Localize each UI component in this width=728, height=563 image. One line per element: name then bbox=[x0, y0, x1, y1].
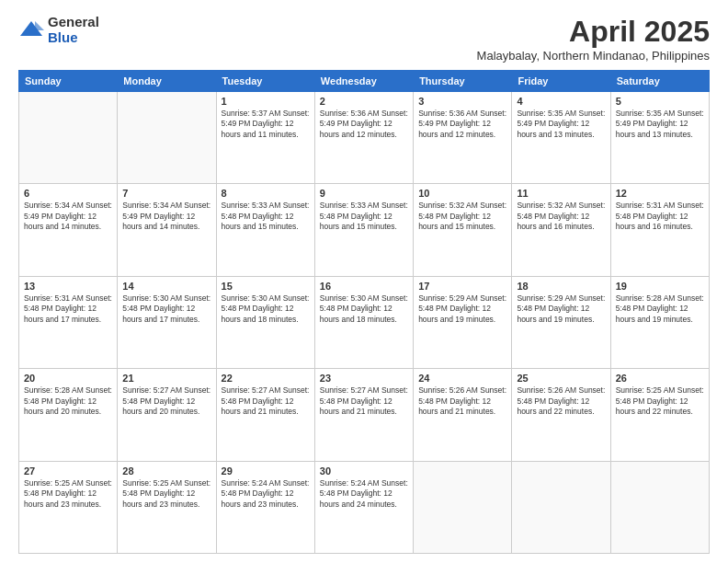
title-block: April 2025 Malaybalay, Northern Mindanao… bbox=[477, 15, 710, 63]
cell-sun-data: Sunrise: 5:36 AM Sunset: 5:49 PM Dayligh… bbox=[320, 109, 408, 140]
calendar-cell: 4Sunrise: 5:35 AM Sunset: 5:49 PM Daylig… bbox=[512, 92, 610, 184]
day-number: 23 bbox=[320, 373, 408, 384]
calendar-week-3: 13Sunrise: 5:31 AM Sunset: 5:48 PM Dayli… bbox=[19, 276, 710, 368]
calendar-cell: 23Sunrise: 5:27 AM Sunset: 5:48 PM Dayli… bbox=[314, 369, 413, 461]
calendar-cell: 24Sunrise: 5:26 AM Sunset: 5:48 PM Dayli… bbox=[414, 369, 512, 461]
weekday-header-sunday: Sunday bbox=[19, 71, 118, 92]
logo-general: General bbox=[48, 15, 99, 30]
cell-sun-data: Sunrise: 5:30 AM Sunset: 5:48 PM Dayligh… bbox=[320, 293, 408, 325]
cell-sun-data: Sunrise: 5:24 AM Sunset: 5:48 PM Dayligh… bbox=[320, 478, 408, 510]
weekday-header-wednesday: Wednesday bbox=[314, 71, 413, 92]
cell-sun-data: Sunrise: 5:36 AM Sunset: 5:49 PM Dayligh… bbox=[418, 109, 506, 140]
calendar-week-2: 6Sunrise: 5:34 AM Sunset: 5:49 PM Daylig… bbox=[19, 184, 710, 276]
cell-sun-data: Sunrise: 5:25 AM Sunset: 5:48 PM Dayligh… bbox=[24, 478, 112, 510]
day-number: 16 bbox=[320, 281, 408, 292]
weekday-header-tuesday: Tuesday bbox=[216, 71, 314, 92]
cell-sun-data: Sunrise: 5:35 AM Sunset: 5:49 PM Dayligh… bbox=[517, 109, 605, 140]
cell-sun-data: Sunrise: 5:27 AM Sunset: 5:48 PM Dayligh… bbox=[320, 385, 408, 417]
logo-icon bbox=[18, 17, 44, 43]
day-number: 6 bbox=[24, 188, 112, 199]
calendar-cell: 7Sunrise: 5:34 AM Sunset: 5:49 PM Daylig… bbox=[118, 184, 216, 276]
cell-sun-data: Sunrise: 5:30 AM Sunset: 5:48 PM Dayligh… bbox=[222, 293, 310, 325]
cell-sun-data: Sunrise: 5:26 AM Sunset: 5:48 PM Dayligh… bbox=[517, 385, 605, 417]
calendar-cell: 28Sunrise: 5:25 AM Sunset: 5:48 PM Dayli… bbox=[118, 461, 216, 553]
calendar-cell: 13Sunrise: 5:31 AM Sunset: 5:48 PM Dayli… bbox=[19, 276, 118, 368]
calendar-cell: 25Sunrise: 5:26 AM Sunset: 5:48 PM Dayli… bbox=[512, 369, 610, 461]
day-number: 2 bbox=[320, 96, 408, 107]
weekday-header-saturday: Saturday bbox=[610, 71, 709, 92]
title-month-year: April 2025 bbox=[477, 15, 710, 49]
calendar-cell: 1Sunrise: 5:37 AM Sunset: 5:49 PM Daylig… bbox=[216, 92, 314, 184]
cell-sun-data: Sunrise: 5:33 AM Sunset: 5:48 PM Dayligh… bbox=[320, 201, 408, 232]
calendar-cell: 26Sunrise: 5:25 AM Sunset: 5:48 PM Dayli… bbox=[610, 369, 709, 461]
calendar-table: SundayMondayTuesdayWednesdayThursdayFrid… bbox=[18, 70, 710, 554]
cell-sun-data: Sunrise: 5:30 AM Sunset: 5:48 PM Dayligh… bbox=[122, 293, 210, 325]
calendar-cell bbox=[414, 461, 512, 553]
cell-sun-data: Sunrise: 5:37 AM Sunset: 5:49 PM Dayligh… bbox=[222, 109, 310, 140]
day-number: 19 bbox=[616, 281, 704, 292]
calendar-cell: 3Sunrise: 5:36 AM Sunset: 5:49 PM Daylig… bbox=[414, 92, 512, 184]
weekday-header-thursday: Thursday bbox=[414, 71, 512, 92]
calendar-cell: 2Sunrise: 5:36 AM Sunset: 5:49 PM Daylig… bbox=[314, 92, 413, 184]
day-number: 25 bbox=[517, 373, 605, 384]
cell-sun-data: Sunrise: 5:32 AM Sunset: 5:48 PM Dayligh… bbox=[418, 201, 506, 232]
calendar-cell bbox=[512, 461, 610, 553]
calendar-cell: 29Sunrise: 5:24 AM Sunset: 5:48 PM Dayli… bbox=[216, 461, 314, 553]
calendar-cell bbox=[610, 461, 709, 553]
cell-sun-data: Sunrise: 5:25 AM Sunset: 5:48 PM Dayligh… bbox=[616, 385, 704, 417]
calendar-cell: 5Sunrise: 5:35 AM Sunset: 5:49 PM Daylig… bbox=[610, 92, 709, 184]
cell-sun-data: Sunrise: 5:24 AM Sunset: 5:48 PM Dayligh… bbox=[222, 478, 310, 510]
cell-sun-data: Sunrise: 5:34 AM Sunset: 5:49 PM Dayligh… bbox=[24, 201, 112, 232]
cell-sun-data: Sunrise: 5:33 AM Sunset: 5:48 PM Dayligh… bbox=[222, 201, 310, 232]
cell-sun-data: Sunrise: 5:31 AM Sunset: 5:48 PM Dayligh… bbox=[24, 293, 112, 325]
calendar-cell: 14Sunrise: 5:30 AM Sunset: 5:48 PM Dayli… bbox=[118, 276, 216, 368]
day-number: 15 bbox=[222, 281, 310, 292]
day-number: 21 bbox=[122, 373, 210, 384]
calendar-week-4: 20Sunrise: 5:28 AM Sunset: 5:48 PM Dayli… bbox=[19, 369, 710, 461]
calendar-cell: 15Sunrise: 5:30 AM Sunset: 5:48 PM Dayli… bbox=[216, 276, 314, 368]
calendar-cell: 22Sunrise: 5:27 AM Sunset: 5:48 PM Dayli… bbox=[216, 369, 314, 461]
calendar-cell: 10Sunrise: 5:32 AM Sunset: 5:48 PM Dayli… bbox=[414, 184, 512, 276]
calendar-cell bbox=[19, 92, 118, 184]
day-number: 30 bbox=[320, 465, 408, 477]
cell-sun-data: Sunrise: 5:26 AM Sunset: 5:48 PM Dayligh… bbox=[418, 385, 506, 417]
calendar-cell: 20Sunrise: 5:28 AM Sunset: 5:48 PM Dayli… bbox=[19, 369, 118, 461]
cell-sun-data: Sunrise: 5:35 AM Sunset: 5:49 PM Dayligh… bbox=[616, 109, 704, 140]
calendar-cell: 8Sunrise: 5:33 AM Sunset: 5:48 PM Daylig… bbox=[216, 184, 314, 276]
day-number: 14 bbox=[122, 281, 210, 292]
cell-sun-data: Sunrise: 5:29 AM Sunset: 5:48 PM Dayligh… bbox=[418, 293, 506, 325]
calendar-cell: 16Sunrise: 5:30 AM Sunset: 5:48 PM Dayli… bbox=[314, 276, 413, 368]
day-number: 18 bbox=[517, 281, 605, 292]
calendar-cell: 9Sunrise: 5:33 AM Sunset: 5:48 PM Daylig… bbox=[314, 184, 413, 276]
calendar-cell: 18Sunrise: 5:29 AM Sunset: 5:48 PM Dayli… bbox=[512, 276, 610, 368]
day-number: 13 bbox=[24, 281, 112, 292]
day-number: 20 bbox=[24, 373, 112, 384]
logo-text: General Blue bbox=[48, 15, 99, 45]
calendar-week-1: 1Sunrise: 5:37 AM Sunset: 5:49 PM Daylig… bbox=[19, 92, 710, 184]
calendar-week-5: 27Sunrise: 5:25 AM Sunset: 5:48 PM Dayli… bbox=[19, 461, 710, 553]
cell-sun-data: Sunrise: 5:34 AM Sunset: 5:49 PM Dayligh… bbox=[122, 201, 210, 232]
calendar-cell: 30Sunrise: 5:24 AM Sunset: 5:48 PM Dayli… bbox=[314, 461, 413, 553]
cell-sun-data: Sunrise: 5:28 AM Sunset: 5:48 PM Dayligh… bbox=[616, 293, 704, 325]
day-number: 1 bbox=[222, 96, 310, 107]
cell-sun-data: Sunrise: 5:27 AM Sunset: 5:48 PM Dayligh… bbox=[222, 385, 310, 417]
weekday-header-friday: Friday bbox=[512, 71, 610, 92]
calendar-header-row: SundayMondayTuesdayWednesdayThursdayFrid… bbox=[19, 71, 710, 92]
day-number: 8 bbox=[222, 188, 310, 199]
calendar-cell: 19Sunrise: 5:28 AM Sunset: 5:48 PM Dayli… bbox=[610, 276, 709, 368]
day-number: 28 bbox=[122, 465, 210, 477]
day-number: 11 bbox=[517, 188, 605, 199]
day-number: 29 bbox=[222, 465, 310, 477]
cell-sun-data: Sunrise: 5:29 AM Sunset: 5:48 PM Dayligh… bbox=[517, 293, 605, 325]
svg-marker-1 bbox=[35, 21, 44, 30]
calendar-cell: 12Sunrise: 5:31 AM Sunset: 5:48 PM Dayli… bbox=[610, 184, 709, 276]
cell-sun-data: Sunrise: 5:25 AM Sunset: 5:48 PM Dayligh… bbox=[122, 478, 210, 510]
day-number: 9 bbox=[320, 188, 408, 199]
logo: General Blue bbox=[18, 15, 99, 45]
cell-sun-data: Sunrise: 5:27 AM Sunset: 5:48 PM Dayligh… bbox=[122, 385, 210, 417]
calendar-cell: 27Sunrise: 5:25 AM Sunset: 5:48 PM Dayli… bbox=[19, 461, 118, 553]
cell-sun-data: Sunrise: 5:31 AM Sunset: 5:48 PM Dayligh… bbox=[616, 201, 704, 232]
calendar-cell: 17Sunrise: 5:29 AM Sunset: 5:48 PM Dayli… bbox=[414, 276, 512, 368]
day-number: 26 bbox=[616, 373, 704, 384]
calendar-cell: 11Sunrise: 5:32 AM Sunset: 5:48 PM Dayli… bbox=[512, 184, 610, 276]
